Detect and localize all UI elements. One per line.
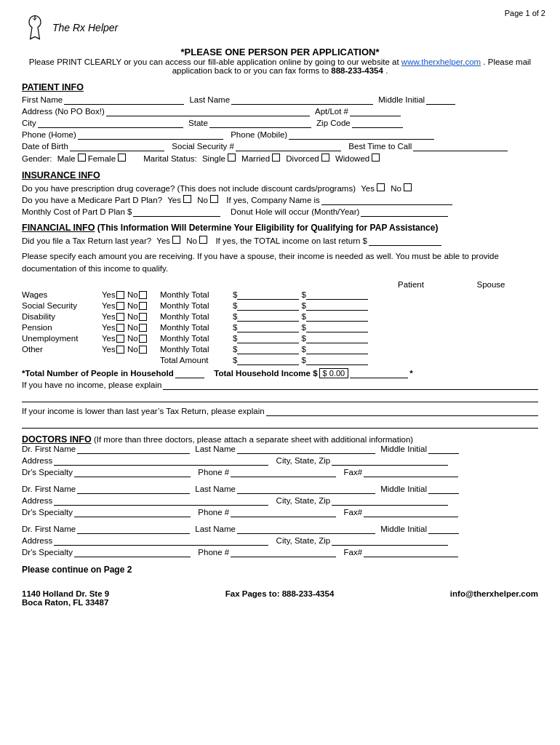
dis-patient-field[interactable] [237,312,299,322]
state-label: State [188,119,208,127]
widowed-label: Widowed [335,154,369,163]
dr3-last-field[interactable] [237,525,375,534]
unemp-patient-field[interactable] [237,334,299,343]
divorced-checkbox[interactable] [321,154,329,162]
no-income-field[interactable] [163,381,538,390]
ss-row: Social Security Yes No Monthly Total $ $ [22,301,538,311]
dr1-fax-field[interactable] [364,468,458,477]
state-field[interactable] [209,119,311,128]
dr1-mi-field[interactable] [428,445,459,454]
dr2-spec-field[interactable] [74,508,191,517]
dr1-first-field[interactable] [77,445,190,454]
disability-yesno: Yes No [102,312,160,321]
ss-no-cb[interactable] [139,302,147,310]
total-household-value[interactable]: $ 0.00 [319,368,349,378]
other-patient-field[interactable] [237,345,299,354]
other-no-cb[interactable] [139,346,147,354]
city-field[interactable] [38,119,183,128]
dis-no-cb[interactable] [139,313,147,321]
female-checkbox[interactable] [118,154,126,162]
dr3-first-field[interactable] [77,525,190,534]
dr2-spec-row: Dr's Specialty Phone # Fax# [22,508,538,517]
last-name-field[interactable] [231,95,373,105]
dr2-fax-field[interactable] [364,508,458,517]
company-name-field[interactable] [321,196,452,205]
apt-field[interactable] [350,107,401,116]
other-spouse-field[interactable] [306,345,368,354]
dr2-first-label: Dr. First Name [22,485,76,493]
ins-no-checkbox[interactable] [404,183,412,191]
dr1-phone-field[interactable] [231,468,336,477]
website-link[interactable]: www.therxhelper.com [401,57,481,66]
med-yes-checkbox[interactable] [183,195,191,203]
other-yes-cb[interactable] [116,346,124,354]
total-patient-field[interactable] [237,356,299,365]
dob-field[interactable] [70,142,164,151]
dr1-address-field[interactable] [54,456,268,466]
dr1-last-field[interactable] [237,445,375,454]
total-spouse-field[interactable] [306,356,368,365]
wages-patient-field[interactable] [237,290,299,300]
dr3-mi-field[interactable] [428,525,459,534]
dr3-spec-field[interactable] [74,548,191,557]
dr3-phone-field[interactable] [231,548,336,557]
ss-spouse-field[interactable] [306,301,368,311]
ssn-field[interactable] [236,142,341,151]
phone-mobile-field[interactable] [289,130,434,140]
wages-yes-cb[interactable] [116,291,124,299]
unemp-yes-cb[interactable] [116,335,124,343]
other-row: Other Yes No Monthly Total $ $ [22,345,538,354]
continue-text: Please continue on Page 2 [22,565,538,575]
divorced-label: Divorced [286,154,319,163]
ss-yes-cb[interactable] [116,302,124,310]
donut-hole-field[interactable] [361,207,448,217]
dr2-address-field[interactable] [54,496,268,506]
wages-no-cb[interactable] [139,291,147,299]
total-people-field[interactable] [175,369,204,378]
dr3-address-field[interactable] [54,536,268,546]
dr2-phone-field[interactable] [231,508,336,517]
best-time-field[interactable] [413,142,508,151]
ss-monthly-label: Monthly Total [160,301,233,310]
pen-spouse-field[interactable] [306,323,368,332]
dr1-spec-field[interactable] [74,468,191,477]
dr3-csz-field[interactable] [332,536,448,546]
total-household-extra-field[interactable] [350,369,408,378]
dr1-fax-label: Fax# [344,468,363,477]
med-no-checkbox[interactable] [210,195,218,203]
dr3-fax-field[interactable] [364,548,458,557]
tax-yes-checkbox[interactable] [172,236,180,244]
first-name-field[interactable] [64,95,184,105]
address-field[interactable] [106,107,310,116]
pen-patient-field[interactable] [237,323,299,332]
married-checkbox[interactable] [272,154,280,162]
wages-spouse-field[interactable] [306,290,368,300]
dr2-csz-field[interactable] [332,496,448,506]
male-checkbox[interactable] [78,154,86,162]
dr2-first-field[interactable] [77,485,190,494]
ins-yes-checkbox[interactable] [377,183,385,191]
lower-income-field[interactable] [266,407,538,416]
unemp-no-cb[interactable] [139,335,147,343]
widowed-checkbox[interactable] [372,154,380,162]
phone-home-field[interactable] [78,130,223,140]
dr2-last-field[interactable] [237,485,375,494]
col-spouse-header: Spouse [451,280,531,289]
dis-spouse-field[interactable] [306,312,368,322]
total-income-field[interactable] [369,236,441,246]
monthly-cost-field[interactable] [133,207,220,217]
dis-yes-cb[interactable] [116,313,124,321]
dr2-mi-label: Middle Initial [380,485,427,493]
dr1-csz-field[interactable] [332,456,448,466]
tax-no-checkbox[interactable] [199,236,207,244]
medicare-q: Do you have a Medicare Part D Plan? [22,196,162,204]
dr3-mi-label: Middle Initial [380,525,427,533]
ss-patient-field[interactable] [237,301,299,311]
pen-yes-cb[interactable] [116,324,124,332]
middle-initial-field[interactable] [426,95,455,105]
unemp-spouse-field[interactable] [306,334,368,343]
dr2-mi-field[interactable] [428,485,459,494]
pen-no-cb[interactable] [139,324,147,332]
single-checkbox[interactable] [228,154,236,162]
zip-field[interactable] [352,119,403,128]
